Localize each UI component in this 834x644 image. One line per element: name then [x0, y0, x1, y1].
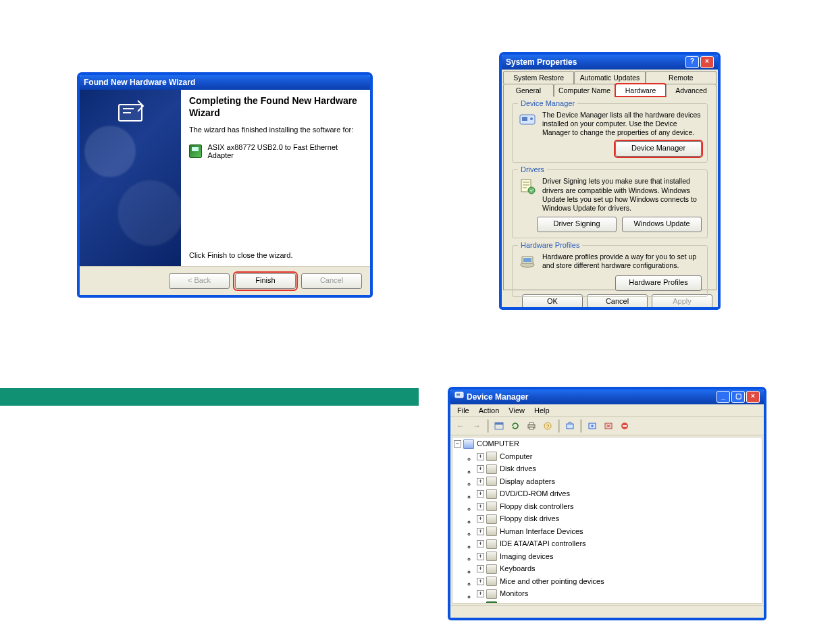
- tree-group[interactable]: Mice and other pointing devices: [477, 576, 762, 589]
- hardware-wizard-icon: [113, 95, 147, 129]
- drivers-icon: [518, 177, 537, 196]
- tree-group[interactable]: Imaging devices: [477, 552, 762, 564]
- device-manager-icon: [518, 111, 537, 130]
- devmgr-toolbar: ← → ?: [450, 417, 764, 435]
- tool-update-driver-icon[interactable]: [585, 419, 600, 433]
- tree-group[interactable]: Floppy disk controllers: [477, 502, 762, 514]
- device-category-icon: [486, 539, 497, 549]
- wizard-footnote: Click Finish to close the wizard.: [189, 251, 361, 263]
- toolbar-separator: [580, 419, 582, 433]
- tool-help-icon[interactable]: ?: [540, 419, 555, 433]
- svg-rect-8: [523, 258, 531, 262]
- drivers-text: Driver Signing lets you make sure that i…: [542, 177, 702, 213]
- tool-disable-icon[interactable]: [617, 419, 632, 433]
- hardware-profiles-group: Hardware Profiles Hardware profiles prov…: [512, 245, 708, 297]
- hardware-profiles-button[interactable]: Hardware Profiles: [615, 275, 702, 291]
- drivers-legend: Drivers: [518, 165, 547, 173]
- svg-rect-22: [623, 425, 627, 427]
- svg-rect-18: [567, 424, 573, 429]
- hardware-profiles-icon: [518, 252, 537, 271]
- toolbar-separator: [558, 419, 560, 433]
- sysprop-titlebar[interactable]: System Properties ? ×: [502, 55, 718, 70]
- device-category-icon: [486, 564, 497, 574]
- maximize-icon[interactable]: ▢: [731, 391, 745, 403]
- wizard-title: Found New Hardware Wizard: [84, 75, 195, 90]
- sysprop-tabs: System Restore Automatic Updates Remote …: [503, 71, 716, 97]
- device-category-icon: [486, 514, 497, 524]
- svg-rect-12: [495, 423, 503, 425]
- tab-advanced[interactable]: Advanced: [666, 84, 716, 97]
- tree-group[interactable]: Network adaptersASIX ax88772 USB2.0 to F…: [477, 601, 762, 604]
- tab-computer-name[interactable]: Computer Name: [554, 84, 615, 97]
- windows-update-button[interactable]: Windows Update: [622, 217, 702, 232]
- nav-forward-icon[interactable]: →: [469, 419, 484, 433]
- device-category-icon: [486, 552, 497, 561]
- tab-system-restore[interactable]: System Restore: [503, 71, 574, 84]
- menu-view[interactable]: View: [504, 406, 529, 414]
- tree-group[interactable]: Monitors: [477, 589, 762, 601]
- wizard-button-bar: < Back Finish Cancel: [80, 266, 370, 295]
- hardware-profiles-text: Hardware profiles provide a way for you …: [542, 252, 702, 270]
- device-manager-window: Device Manager _ ▢ × File Action View He…: [448, 387, 766, 620]
- device-category-icon: [486, 477, 497, 486]
- device-category-icon: [486, 576, 497, 586]
- device-category-icon: [486, 589, 497, 599]
- tree-group[interactable]: DVD/CD-ROM drives: [477, 489, 762, 502]
- devmgr-tree[interactable]: COMPUTER ComputerDisk drivesDisplay adap…: [452, 437, 762, 603]
- wizard-device-row: ASIX ax88772 USB2.0 to Fast Ethernet Ada…: [189, 143, 361, 159]
- back-button[interactable]: < Back: [169, 273, 230, 289]
- tree-group[interactable]: Display adapters: [477, 477, 762, 489]
- found-new-hardware-wizard-window: Found New Hardware Wizard Completing the…: [78, 73, 372, 297]
- driver-signing-button[interactable]: Driver Signing: [537, 217, 617, 232]
- wizard-titlebar[interactable]: Found New Hardware Wizard: [80, 75, 370, 90]
- menu-help[interactable]: Help: [530, 406, 554, 414]
- wizard-device-name: ASIX ax88772 USB2.0 to Fast Ethernet Ada…: [207, 143, 361, 159]
- hardware-profiles-legend: Hardware Profiles: [518, 241, 582, 249]
- nav-back-icon[interactable]: ←: [453, 419, 468, 433]
- tool-scan-hardware-icon[interactable]: [563, 419, 577, 433]
- tool-properties-icon[interactable]: [492, 419, 506, 433]
- tree-group[interactable]: IDE ATA/ATAPI controllers: [477, 539, 762, 552]
- devmgr-titlebar[interactable]: Device Manager _ ▢ ×: [450, 390, 764, 404]
- devmgr-title: Device Manager: [467, 390, 528, 404]
- close-icon[interactable]: ×: [700, 56, 714, 68]
- tree-group[interactable]: Disk drives: [477, 464, 762, 477]
- devmgr-menubar: File Action View Help: [450, 404, 764, 417]
- svg-rect-15: [529, 427, 533, 429]
- menu-file[interactable]: File: [453, 406, 473, 414]
- device-category-icon: [486, 601, 497, 603]
- tab-hardware[interactable]: Hardware: [615, 84, 666, 97]
- toolbar-separator: [487, 419, 489, 433]
- device-manager-text: The Device Manager lists all the hardwar…: [542, 111, 702, 137]
- device-category-icon: [486, 502, 497, 511]
- tool-uninstall-icon[interactable]: [601, 419, 616, 433]
- svg-rect-10: [457, 394, 460, 396]
- tab-automatic-updates[interactable]: Automatic Updates: [574, 71, 645, 84]
- cancel-button[interactable]: Cancel: [301, 273, 362, 289]
- section-heading-bar: [0, 388, 419, 406]
- tab-general[interactable]: General: [503, 84, 554, 97]
- menu-action[interactable]: Action: [475, 406, 504, 414]
- minimize-icon[interactable]: _: [716, 391, 730, 403]
- svg-point-3: [530, 117, 533, 120]
- tool-refresh-icon[interactable]: [508, 419, 523, 433]
- help-icon[interactable]: ?: [685, 56, 699, 68]
- device-manager-title-icon: [454, 390, 464, 404]
- device-manager-button[interactable]: Device Manager: [615, 141, 702, 157]
- tab-remote[interactable]: Remote: [646, 71, 716, 84]
- system-properties-window: System Properties ? × System Restore Aut…: [500, 53, 720, 309]
- finish-button[interactable]: Finish: [235, 273, 296, 289]
- tree-group[interactable]: Floppy disk drives: [477, 514, 762, 527]
- tree-group[interactable]: Keyboards: [477, 564, 762, 576]
- tree-root[interactable]: COMPUTER ComputerDisk drivesDisplay adap…: [454, 439, 762, 603]
- device-category-icon: [486, 464, 497, 474]
- devmgr-close-icon[interactable]: ×: [746, 391, 760, 403]
- tool-print-icon[interactable]: [524, 419, 539, 433]
- wizard-subtext: The wizard has finished installing the s…: [189, 126, 361, 134]
- device-manager-legend: Device Manager: [518, 99, 577, 107]
- device-category-icon: [486, 452, 497, 461]
- tree-group[interactable]: Computer: [477, 452, 762, 464]
- network-adapter-icon: [189, 144, 202, 158]
- tree-group[interactable]: Human Interface Devices: [477, 527, 762, 539]
- svg-point-5: [528, 187, 535, 194]
